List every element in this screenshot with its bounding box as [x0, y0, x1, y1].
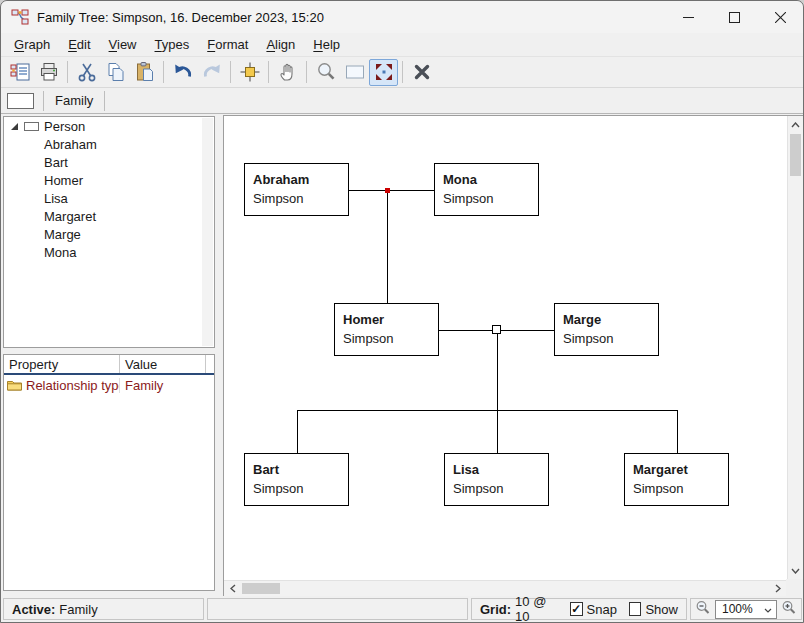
fit-to-window-button[interactable]: [369, 59, 398, 86]
tree-item-label: Lisa: [44, 191, 68, 206]
node-first-name: Margaret: [633, 461, 728, 479]
node-abraham[interactable]: Abraham Simpson: [244, 163, 349, 216]
tree-item-abraham[interactable]: Abraham: [4, 135, 214, 153]
menu-bar: Graph Edit View Types Format Align Help: [1, 33, 803, 57]
junction-handle[interactable]: [492, 325, 501, 334]
scroll-up-icon[interactable]: [788, 116, 803, 133]
zoom-button[interactable]: [311, 59, 340, 86]
scroll-left-icon[interactable]: [224, 584, 241, 593]
node-lisa[interactable]: Lisa Simpson: [444, 453, 549, 506]
node-last-name: Simpson: [443, 189, 538, 208]
diagram-canvas[interactable]: Abraham Simpson Mona Simpson Homer Simps…: [223, 115, 803, 596]
edge-children-bus[interactable]: [297, 410, 677, 411]
copy-icon: [105, 61, 127, 83]
header-spacer: [206, 355, 214, 373]
node-last-name: Simpson: [453, 479, 548, 498]
canvas-vertical-scrollbar[interactable]: [787, 116, 803, 579]
delete-button[interactable]: [407, 59, 436, 86]
node-first-name: Lisa: [453, 461, 548, 479]
pan-button[interactable]: [273, 59, 302, 86]
menu-types[interactable]: Types: [146, 33, 199, 57]
maximize-button[interactable]: [711, 1, 757, 33]
property-column-header[interactable]: Property: [4, 355, 120, 373]
tree-scrollbar[interactable]: [202, 118, 213, 346]
undo-icon: [172, 61, 194, 83]
scroll-right-icon[interactable]: [769, 584, 786, 593]
tree-item-margaret[interactable]: Margaret: [4, 207, 214, 225]
redo-button[interactable]: [197, 59, 226, 86]
magnifier-icon: [315, 61, 337, 83]
undo-button[interactable]: [168, 59, 197, 86]
node-last-name: Simpson: [253, 189, 348, 208]
show-checkbox[interactable]: [629, 602, 641, 616]
edge-to-bart[interactable]: [297, 410, 298, 453]
tree-item-bart[interactable]: Bart: [4, 153, 214, 171]
print-button[interactable]: [34, 59, 63, 86]
edge-couple2-down[interactable]: [497, 330, 498, 410]
property-value[interactable]: Family: [120, 378, 214, 393]
node-margaret[interactable]: Margaret Simpson: [624, 453, 729, 506]
node-tool-button[interactable]: [7, 93, 34, 109]
close-button[interactable]: [757, 1, 803, 33]
tree-item-lisa[interactable]: Lisa: [4, 189, 214, 207]
edge-abraham-mona[interactable]: [349, 190, 434, 191]
tree-item-person[interactable]: Person: [4, 117, 214, 135]
scroll-down-icon[interactable]: [788, 562, 803, 579]
cut-icon: [76, 61, 98, 83]
minimize-button[interactable]: [665, 1, 711, 33]
status-active-panel: Active: Family: [3, 598, 204, 620]
delete-x-icon: [411, 61, 433, 83]
node-mona[interactable]: Mona Simpson: [434, 163, 539, 216]
zoom-area-button[interactable]: [340, 59, 369, 86]
property-row[interactable]: Relationship type Family: [4, 375, 214, 395]
tree-item-homer[interactable]: Homer: [4, 171, 214, 189]
node-marge[interactable]: Marge Simpson: [554, 303, 659, 356]
graph-properties-button[interactable]: [5, 59, 34, 86]
status-message-panel: [207, 598, 468, 620]
property-grid: Property Value Relationship type Family: [3, 354, 215, 591]
tree-item-label: Person: [44, 119, 85, 134]
menu-format[interactable]: Format: [198, 33, 257, 57]
zoom-select[interactable]: 100%: [715, 600, 777, 619]
toolbar-separator: [163, 61, 164, 83]
node-last-name: Simpson: [633, 479, 728, 498]
copy-button[interactable]: [101, 59, 130, 86]
property-grid-header: Property Value: [4, 355, 214, 375]
vertical-scroll-thumb[interactable]: [790, 134, 801, 176]
horizontal-scroll-thumb[interactable]: [242, 583, 280, 594]
folder-icon: [7, 379, 22, 391]
edge-couple1-to-homer[interactable]: [387, 190, 388, 303]
paste-icon: [134, 61, 156, 83]
active-value: Family: [59, 602, 97, 617]
snap-label[interactable]: Snap: [587, 602, 617, 617]
edge-to-lisa[interactable]: [497, 410, 498, 453]
paste-button[interactable]: [130, 59, 159, 86]
menu-align[interactable]: Align: [257, 33, 304, 57]
toolbar-separator: [402, 61, 403, 83]
tree-item-marge[interactable]: Marge: [4, 225, 214, 243]
node-first-name: Bart: [253, 461, 348, 479]
menu-help[interactable]: Help: [304, 33, 349, 57]
zoom-in-icon[interactable]: [781, 600, 797, 619]
tree-item-label: Homer: [44, 173, 83, 188]
junction-dot[interactable]: [385, 188, 390, 193]
status-grid-panel: Grid: 10 @ 10 Snap Show: [471, 598, 687, 620]
node-bart[interactable]: Bart Simpson: [244, 453, 349, 506]
menu-view[interactable]: View: [100, 33, 146, 57]
value-column-header[interactable]: Value: [120, 355, 206, 373]
canvas-horizontal-scrollbar[interactable]: [224, 580, 786, 596]
node-first-name: Abraham: [253, 171, 348, 189]
menu-edit[interactable]: Edit: [59, 33, 99, 57]
tab-family[interactable]: Family: [53, 93, 95, 108]
tree-item-mona[interactable]: Mona: [4, 243, 214, 261]
menu-graph[interactable]: Graph: [5, 33, 59, 57]
edge-to-margaret[interactable]: [677, 410, 678, 453]
zoom-out-icon[interactable]: [695, 600, 711, 619]
tree-expand-icon[interactable]: [10, 122, 22, 131]
snap-checkbox[interactable]: [570, 602, 582, 616]
node-homer[interactable]: Homer Simpson: [334, 303, 439, 356]
origin-button[interactable]: [235, 59, 264, 86]
show-label[interactable]: Show: [645, 602, 678, 617]
cut-button[interactable]: [72, 59, 101, 86]
tab-separator: [104, 91, 105, 111]
